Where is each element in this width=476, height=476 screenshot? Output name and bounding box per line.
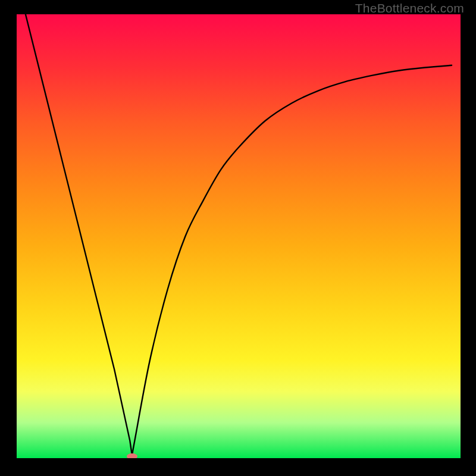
- curve-svg: [17, 14, 461, 458]
- curve-group: [26, 14, 452, 458]
- chart-frame: TheBottleneck.com: [0, 0, 476, 476]
- plot-area: [17, 14, 461, 458]
- bottleneck-curve: [26, 14, 452, 456]
- watermark-text: TheBottleneck.com: [355, 1, 464, 15]
- min-marker: [127, 453, 137, 458]
